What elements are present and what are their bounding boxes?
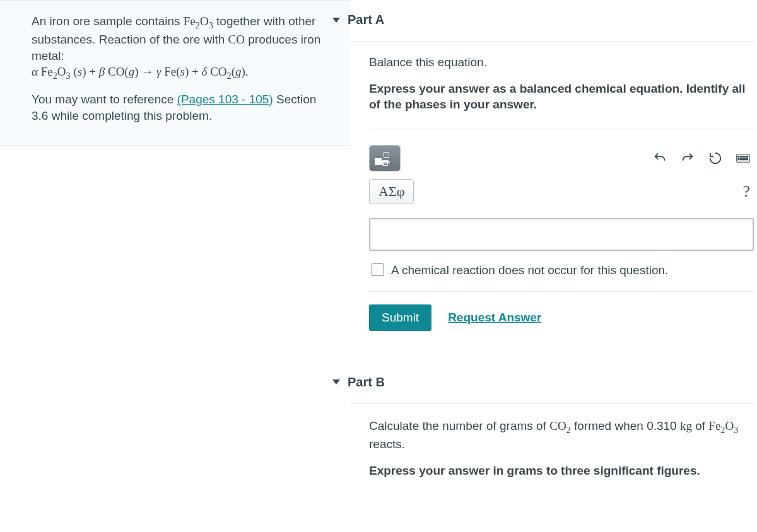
- editor-toolbar: ⇌: [369, 145, 754, 171]
- svg-rect-7: [740, 159, 746, 160]
- formula-fe2o3: Fe2O3: [184, 14, 213, 28]
- part-b-header[interactable]: Part B: [350, 362, 754, 404]
- problem-intro: An iron ore sample contains Fe2O3 togeth…: [32, 13, 334, 82]
- no-reaction-row: A chemical reaction does not occur for t…: [369, 262, 754, 292]
- svg-rect-0: [737, 154, 750, 162]
- formula-co: CO: [228, 33, 245, 46]
- part-title: Part A: [348, 13, 384, 27]
- equation: α Fe2O3 (s) + β CO(g) → γ Fe(s) + δ CO2(…: [32, 65, 249, 78]
- part-b-question: Calculate the number of grams of CO2 for…: [369, 418, 754, 453]
- greek-symbols-button[interactable]: ΑΣφ: [369, 179, 414, 204]
- redo-button[interactable]: [677, 147, 698, 169]
- text: You may want to reference: [32, 93, 177, 106]
- chevron-down-icon: [332, 379, 340, 385]
- part-title: Part B: [348, 375, 385, 390]
- text: formed when 0.310: [571, 419, 680, 432]
- formula-co2: CO2: [549, 419, 571, 432]
- svg-rect-8: [747, 159, 748, 160]
- reset-button[interactable]: [705, 147, 726, 169]
- text: reacts.: [369, 437, 405, 451]
- unit-kg: kg: [680, 419, 692, 432]
- equation-editor: ⇌ ΑΣφ: [369, 129, 754, 331]
- directive: Express your answer as a balanced chemic…: [369, 81, 754, 113]
- svg-rect-2: [740, 156, 741, 157]
- svg-rect-6: [738, 159, 739, 160]
- problem-statement: An iron ore sample contains Fe2O3 togeth…: [0, 0, 350, 146]
- answer-input[interactable]: [369, 218, 754, 251]
- request-answer-link[interactable]: Request Answer: [448, 311, 541, 325]
- no-reaction-label: A chemical reaction does not occur for t…: [391, 262, 668, 279]
- part-a-header[interactable]: Part A: [350, 0, 754, 42]
- reference-pages-link[interactable]: (Pages 103 - 105): [177, 93, 273, 106]
- no-reaction-checkbox[interactable]: [372, 263, 384, 276]
- template-tool-button[interactable]: ⇌: [369, 145, 401, 171]
- help-button[interactable]: ?: [739, 182, 754, 202]
- instruction: Balance this equation.: [369, 54, 754, 71]
- part-b-directive: Express your answer in grams to three si…: [369, 463, 754, 480]
- chevron-down-icon: [332, 18, 340, 23]
- editor-toolbar-2: ΑΣφ ?: [369, 179, 754, 204]
- keyboard-button[interactable]: [732, 147, 754, 169]
- undo-button[interactable]: [649, 147, 671, 169]
- svg-rect-1: [738, 156, 739, 157]
- text: of: [692, 419, 708, 432]
- svg-rect-3: [742, 156, 744, 157]
- formula-fe2o3: Fe2O3: [708, 419, 738, 432]
- action-row: Submit Request Answer: [369, 304, 754, 331]
- reference-text: You may want to reference (Pages 103 - 1…: [32, 91, 334, 124]
- svg-rect-4: [744, 156, 746, 157]
- svg-rect-5: [747, 156, 748, 157]
- text: An iron ore sample contains: [32, 14, 184, 28]
- text: Calculate the number of grams of: [369, 419, 549, 432]
- submit-button[interactable]: Submit: [369, 304, 431, 331]
